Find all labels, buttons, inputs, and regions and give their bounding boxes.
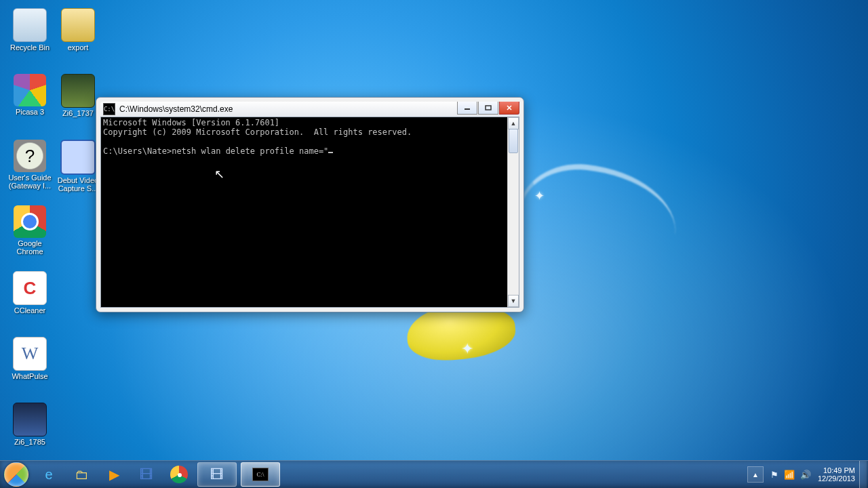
desktop-icon-label: export xyxy=(56,43,100,52)
debut-video-icon: 🎞 xyxy=(140,467,153,483)
start-button[interactable] xyxy=(0,461,33,488)
desktop-icon-label: User's Guide (Gateway I... xyxy=(8,174,52,190)
tray-icons: ⚑📶🔊 xyxy=(768,470,814,480)
cmd-window[interactable]: C:\ C:\Windows\system32\cmd.exe Microsof… xyxy=(96,97,524,312)
taskbar-clock[interactable]: 10:49 PM 12/29/2013 xyxy=(818,466,855,483)
desktop-icon-label: Debut Video Capture S... xyxy=(56,176,100,192)
cmd-line: Microsoft Windows [Version 6.1.7601] xyxy=(103,118,279,127)
picasa-icon xyxy=(14,74,46,106)
scroll-thumb[interactable] xyxy=(509,129,518,153)
chevron-up-icon: ▲ xyxy=(752,471,759,479)
cmd-scrollbar[interactable]: ▲ ▼ xyxy=(507,117,519,307)
desktop-icon-debut-video-capture[interactable]: Debut Video Capture S... xyxy=(56,140,100,192)
tray-overflow-button[interactable]: ▲ xyxy=(747,466,764,483)
desktop-icon-users-guide[interactable]: ?User's Guide (Gateway I... xyxy=(8,140,52,190)
maximize-button[interactable] xyxy=(478,102,498,115)
taskbar-pin-debut-video[interactable]: 🎞 xyxy=(132,463,161,486)
desktop-icon-label: Google Chrome xyxy=(8,239,52,256)
desktop-icon-label: Zi6_1737 xyxy=(56,109,100,117)
network-wifi-icon[interactable]: 📶 xyxy=(784,470,795,480)
cmd-input-text: netsh wlan delete profile name=" xyxy=(172,146,328,156)
desktop-icon-picasa[interactable]: Picasa 3 xyxy=(8,74,52,116)
scroll-up-button[interactable]: ▲ xyxy=(508,117,519,129)
users-guide-icon: ? xyxy=(14,140,46,172)
cmd-prompt: C:\Users\Nate> xyxy=(103,146,172,156)
google-chrome-icon xyxy=(14,205,46,238)
cmd-cursor xyxy=(328,152,333,153)
cmd-output[interactable]: Microsoft Windows [Version 6.1.7601] Cop… xyxy=(101,117,508,307)
desktop-icon-label: CCleaner xyxy=(8,306,52,314)
desktop-icon-label: WhatPulse xyxy=(8,372,52,380)
ccleaner-icon: C xyxy=(13,271,47,305)
desktop-icon-recycle-bin[interactable]: Recycle Bin xyxy=(8,8,52,52)
scroll-track[interactable] xyxy=(508,129,519,296)
task-debut-video-icon: 🎞 xyxy=(210,467,224,483)
debut-video-capture-icon xyxy=(60,140,96,175)
maximize-icon xyxy=(485,105,492,110)
internet-explorer-icon: e xyxy=(45,467,52,483)
window-titlebar[interactable]: C:\ C:\Windows\system32\cmd.exe xyxy=(100,102,519,117)
system-tray: ▲ ⚑📶🔊 10:49 PM 12/29/2013 xyxy=(747,461,868,488)
file-explorer-icon: 🗀 xyxy=(75,467,88,483)
video-zi6-1737-icon xyxy=(61,74,95,108)
wallpaper-decor xyxy=(515,158,682,261)
window-title: C:\Windows\system32\cmd.exe xyxy=(119,104,233,114)
desktop-icon-label: Recycle Bin xyxy=(8,43,52,52)
desktop-icon-whatpulse[interactable]: WWhatPulse xyxy=(8,337,52,380)
svg-rect-1 xyxy=(486,106,491,110)
taskbar-pin-media-player[interactable]: ▶ xyxy=(100,463,128,486)
windows-logo-icon xyxy=(4,462,28,487)
taskbar-items: e🗀▶🎞🎞C:\ xyxy=(33,462,282,487)
window-controls xyxy=(456,102,519,114)
taskbar-pin-internet-explorer[interactable]: e xyxy=(35,463,63,486)
scroll-down-button[interactable]: ▼ xyxy=(508,295,519,307)
close-button[interactable] xyxy=(499,102,519,115)
taskbar-pin-file-explorer[interactable]: 🗀 xyxy=(67,463,96,486)
desktop-icon-ccleaner[interactable]: CCCleaner xyxy=(8,271,52,314)
task-debut-video[interactable]: 🎞 xyxy=(197,462,237,487)
desktop-icon-label: Picasa 3 xyxy=(8,108,52,116)
recycle-bin-icon xyxy=(13,8,47,42)
clock-time: 10:49 PM xyxy=(818,466,855,474)
wallpaper-decor: ✦ xyxy=(461,340,473,358)
folder-export-icon xyxy=(61,8,95,42)
desktop-icon-video-zi6-1785[interactable]: Zi6_1785 xyxy=(8,403,52,446)
media-player-icon: ▶ xyxy=(109,466,119,483)
wallpaper-decor: ✦ xyxy=(534,188,545,203)
minimize-button[interactable] xyxy=(457,102,477,115)
show-desktop-button[interactable] xyxy=(859,461,867,488)
minimize-icon xyxy=(464,105,471,110)
chrome-icon xyxy=(170,466,188,483)
volume-icon[interactable]: 🔊 xyxy=(800,470,811,480)
desktop-icon-video-zi6-1737[interactable]: Zi6_1737 xyxy=(56,74,100,117)
whatpulse-icon: W xyxy=(13,337,47,371)
desktop-icon-google-chrome[interactable]: Google Chrome xyxy=(8,205,52,256)
cmd-client-area: Microsoft Windows [Version 6.1.7601] Cop… xyxy=(100,117,519,308)
taskbar-pin-chrome[interactable] xyxy=(165,463,193,486)
clock-date: 12/29/2013 xyxy=(818,474,855,483)
video-zi6-1785-icon xyxy=(13,403,47,436)
taskbar: e🗀▶🎞🎞C:\ ▲ ⚑📶🔊 10:49 PM 12/29/2013 xyxy=(0,460,868,488)
cmd-line: Copyright (c) 2009 Microsoft Corporation… xyxy=(103,127,412,137)
task-cmd[interactable]: C:\ xyxy=(241,462,280,487)
desktop-icon-folder-export[interactable]: export xyxy=(56,8,100,52)
cmd-titlebar-icon: C:\ xyxy=(103,103,115,115)
desktop-icon-label: Zi6_1785 xyxy=(8,438,52,446)
cmd-icon: C:\ xyxy=(252,468,269,481)
action-center-icon[interactable]: ⚑ xyxy=(770,470,778,480)
close-icon xyxy=(506,105,513,110)
desktop-wallpaper: ✦ ✦ Recycle BinexportPicasa 3Zi6_1737?Us… xyxy=(0,0,868,488)
